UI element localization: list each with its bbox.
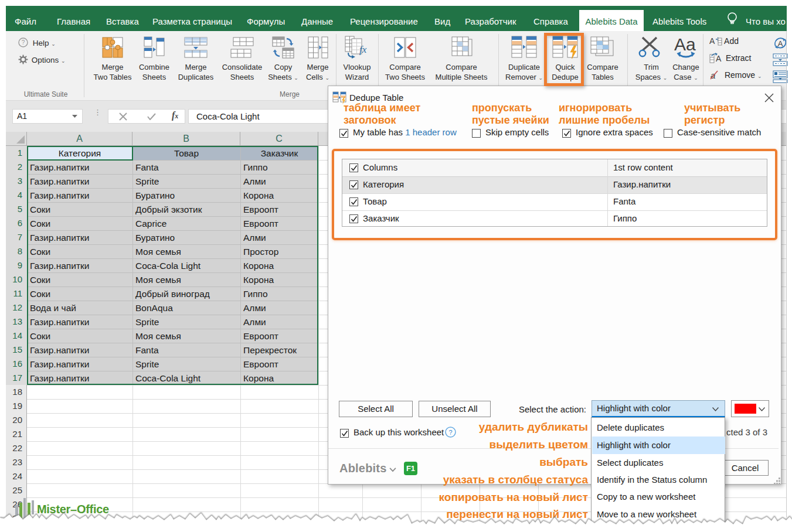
svg-text:A: A — [778, 39, 783, 48]
svg-text:A: A — [716, 54, 722, 63]
svg-text:fx: fx — [359, 44, 367, 55]
svg-text:?: ? — [22, 39, 25, 46]
svg-text:?: ? — [448, 429, 452, 436]
svg-text:A: A — [709, 36, 715, 46]
svg-text:Aa: Aa — [674, 35, 696, 54]
